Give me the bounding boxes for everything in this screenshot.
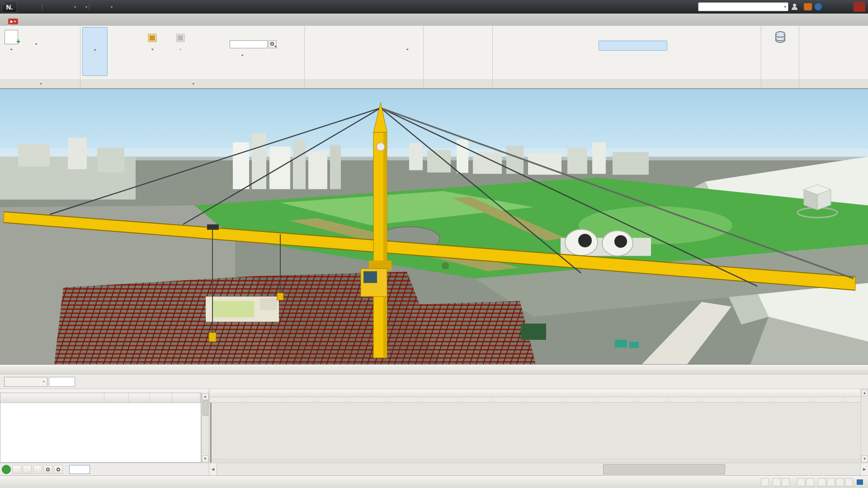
- file-options-button[interactable]: [22, 50, 39, 59]
- refresh-button[interactable]: [91, 2, 101, 12]
- timeliner-button[interactable]: [527, 27, 558, 76]
- maximize-button[interactable]: [839, 2, 851, 12]
- ribbon-group-label-display[interactable]: [424, 79, 492, 88]
- detail-view-icon[interactable]: [836, 478, 844, 486]
- find-items-button[interactable]: [228, 29, 278, 38]
- find-items-icon: [230, 30, 237, 37]
- timeline-panel[interactable]: ▲ ▼: [209, 389, 868, 463]
- print-button[interactable]: [55, 2, 65, 12]
- save-selection-button[interactable]: [108, 27, 138, 76]
- scroll-down-icon[interactable]: ▼: [202, 455, 209, 462]
- move-up-button[interactable]: [23, 465, 32, 474]
- scroll-up-icon[interactable]: ▲: [861, 389, 868, 396]
- hscrollbar-thumb[interactable]: [603, 464, 725, 474]
- pin-icon[interactable]: [848, 366, 856, 373]
- column-header-loop[interactable]: [129, 393, 150, 403]
- appearance-profiler-button[interactable]: [668, 30, 744, 39]
- quick-find-box[interactable]: [228, 39, 278, 49]
- time-cursor[interactable]: [211, 403, 211, 463]
- links-button[interactable]: [425, 29, 439, 38]
- selection-tree-button[interactable]: [195, 27, 227, 76]
- undo-button[interactable]: [65, 2, 75, 12]
- time-position-field[interactable]: [49, 377, 75, 387]
- report-view-icon[interactable]: [845, 478, 853, 486]
- redo-button[interactable]: [76, 2, 86, 12]
- timeline-scrollbar[interactable]: ▲ ▼: [861, 389, 868, 463]
- column-header-infinite[interactable]: [172, 393, 200, 403]
- edit-icon[interactable]: [761, 478, 769, 486]
- select-cursor-button[interactable]: [102, 2, 112, 12]
- scene-selector[interactable]: ▾: [4, 377, 47, 387]
- remove-button[interactable]: [12, 465, 21, 474]
- zoom-in-button[interactable]: [43, 465, 52, 474]
- move-down-button[interactable]: [33, 465, 42, 474]
- save-button[interactable]: [44, 2, 54, 12]
- timeline-hscrollbar[interactable]: ◀ ▶: [209, 463, 868, 475]
- zoom-input[interactable]: [69, 465, 90, 474]
- require-button[interactable]: [330, 27, 356, 76]
- reset-all-button[interactable]: ▾: [22, 39, 39, 48]
- toolbar-options-dropdown-icon[interactable]: ▾: [111, 5, 113, 9]
- viewport-3d[interactable]: [0, 89, 868, 364]
- ribbon-group-label-project[interactable]: ▾: [0, 79, 80, 88]
- new-file-button[interactable]: [20, 2, 30, 12]
- select-button[interactable]: ▾: [82, 27, 108, 76]
- select-same-button[interactable]: ▣ ▾: [166, 27, 194, 76]
- search-input[interactable]: [700, 4, 784, 9]
- app-store-icon[interactable]: [804, 3, 812, 10]
- column-header-name[interactable]: [0, 393, 104, 403]
- scrollbar-thumb[interactable]: [203, 400, 208, 416]
- search-dropdown-icon[interactable]: ▾: [784, 5, 786, 9]
- animator-panel-header[interactable]: [0, 364, 868, 374]
- unhide-all-button[interactable]: ▾: [394, 27, 422, 76]
- append-button[interactable]: + ▾: [2, 27, 21, 76]
- open-file-button[interactable]: [30, 2, 40, 12]
- animator-button[interactable]: [599, 41, 667, 51]
- next-sheet-button[interactable]: [797, 478, 805, 486]
- quick-find-search-button[interactable]: [269, 40, 277, 48]
- column-header-pp[interactable]: [150, 393, 172, 403]
- datatools-button[interactable]: [771, 27, 790, 76]
- ribbon-group-label-select-search[interactable]: ▾: [80, 79, 304, 88]
- clash-detective-button[interactable]: [495, 27, 526, 76]
- sets-button[interactable]: ▾: [228, 51, 278, 60]
- sign-in-icon[interactable]: [791, 3, 798, 10]
- hide-unselected-button[interactable]: [357, 27, 392, 76]
- prev-sheet-button[interactable]: [782, 478, 790, 486]
- first-sheet-button[interactable]: [773, 478, 781, 486]
- select-all-button[interactable]: ▣ ▾: [139, 27, 165, 76]
- help-icon[interactable]: [815, 3, 822, 10]
- ribbon-group-label-visibility[interactable]: [305, 79, 423, 88]
- quick-find-input[interactable]: [230, 40, 268, 48]
- compare-button[interactable]: [668, 52, 744, 61]
- keyword-search[interactable]: ▾: [698, 2, 788, 11]
- properties-button[interactable]: [425, 50, 439, 59]
- undo-dropdown-icon[interactable]: ▾: [74, 5, 76, 9]
- zoom-out-button[interactable]: [54, 465, 63, 474]
- grid-view-icon[interactable]: [827, 478, 835, 486]
- batch-utility-button[interactable]: [668, 41, 744, 50]
- scroll-down-icon[interactable]: ▼: [861, 455, 868, 462]
- autodesk-rendering-button[interactable]: [599, 30, 667, 39]
- app-manager-button[interactable]: [824, 27, 843, 76]
- column-header-active[interactable]: [104, 393, 129, 403]
- scroll-left-icon[interactable]: ◀: [209, 463, 217, 475]
- hide-button[interactable]: [307, 27, 329, 76]
- media-dropdown-button[interactable]: ▶▾: [8, 19, 18, 24]
- scroll-right-icon[interactable]: ▶: [860, 463, 868, 475]
- minimize-button[interactable]: [825, 2, 836, 12]
- scroll-up-icon[interactable]: ▲: [202, 393, 209, 400]
- quick-properties-button[interactable]: [425, 39, 439, 48]
- scripter-button[interactable]: [599, 52, 667, 61]
- close-button[interactable]: [854, 2, 865, 12]
- refresh-model-button[interactable]: [22, 29, 39, 38]
- ribbon-group-label-tools[interactable]: [493, 79, 761, 88]
- quantification-button[interactable]: [559, 27, 598, 76]
- timeline-ruler[interactable]: [209, 389, 868, 397]
- add-button[interactable]: [2, 465, 11, 474]
- redo-dropdown-icon[interactable]: ▾: [85, 5, 87, 9]
- last-sheet-button[interactable]: [806, 478, 814, 486]
- tree-scrollbar[interactable]: ▲ ▼: [201, 393, 209, 463]
- panel-close-icon[interactable]: [856, 366, 864, 373]
- sheet-browser-icon[interactable]: [818, 478, 826, 486]
